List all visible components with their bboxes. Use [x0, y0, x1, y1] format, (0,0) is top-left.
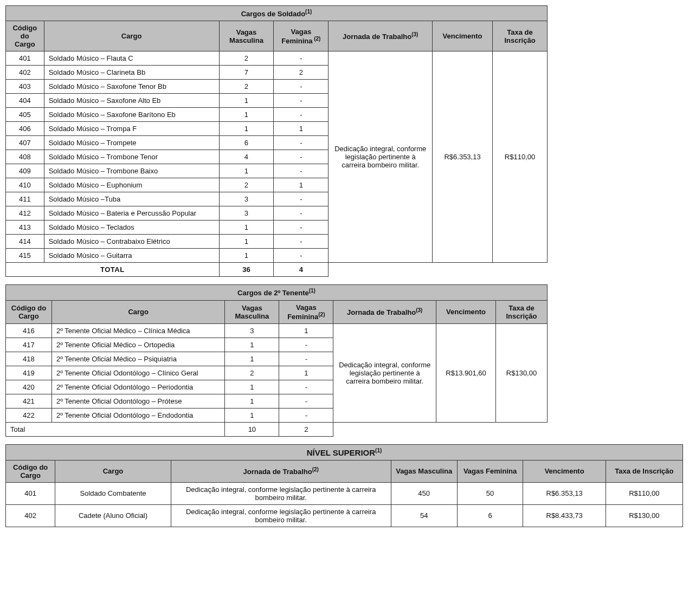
cell-vf: 1 — [279, 323, 333, 338]
cell-vm: 1 — [219, 249, 274, 263]
hdr-vm: Vagas Masculina — [219, 21, 274, 51]
cell-vf: - — [279, 352, 333, 366]
cell-cargo: 2º Tenente Oficial Odontólogo – Clínico … — [51, 366, 224, 380]
cell-vf: 1 — [279, 366, 333, 380]
cell-vm: 6 — [219, 136, 274, 150]
cell-cargo: Soldado Músico –Tuba — [44, 192, 219, 206]
hdr-codigo: Código do Cargo — [6, 460, 55, 482]
cell-codigo: 404 — [6, 94, 44, 108]
cell-vm: 1 — [225, 408, 279, 422]
cell-venc: R$6.353,13 — [523, 482, 606, 504]
cell-vf: - — [274, 221, 329, 235]
cell-jornada: Dedicação integral, conforme legislação … — [329, 51, 433, 263]
cell-codigo: 419 — [6, 366, 52, 380]
cell-vm: 1 — [219, 94, 274, 108]
cell-codigo: 414 — [6, 235, 44, 249]
cell-vf: - — [279, 394, 333, 408]
cell-taxa: R$110,00 — [606, 482, 682, 504]
cell-cargo: 2º Tenente Oficial Médico – Psiquiatria — [51, 352, 224, 366]
cell-cargo: Soldado Músico – Contrabaixo Elétrico — [44, 235, 219, 249]
cell-vf: 50 — [457, 482, 523, 504]
cell-vm: 1 — [225, 394, 279, 408]
cell-vm: 450 — [391, 482, 457, 504]
cell-codigo: 422 — [6, 408, 52, 422]
cell-codigo: 405 — [6, 108, 44, 122]
cell-cargo: Soldado Músico – Trompa F — [44, 122, 219, 136]
hdr-vf: Vagas Feminina(2) — [279, 300, 333, 323]
cell-jornada: Dedicação integral, conforme legislação … — [171, 504, 391, 527]
cell-taxa: R$110,00 — [493, 51, 548, 263]
cell-codigo: 408 — [6, 150, 44, 164]
cell-cargo: Cadete (Aluno Oficial) — [55, 504, 171, 527]
cell-vm: 1 — [219, 164, 274, 178]
cell-vf: - — [274, 150, 329, 164]
cell-cargo: Soldado Músico – Bateria e Percussão Pop… — [44, 206, 219, 221]
table-row: 401Soldado CombatenteDedicação integral,… — [6, 482, 683, 504]
cell-vf: - — [279, 380, 333, 394]
table3-title: NÍVEL SUPERIOR(1) — [6, 444, 683, 460]
cell-cargo: Soldado Músico – Saxofone Tenor Bb — [44, 80, 219, 94]
cell-vm: 1 — [225, 352, 279, 366]
cell-codigo: 413 — [6, 221, 44, 235]
cell-cargo: Soldado Músico – Saxofone Alto Eb — [44, 94, 219, 108]
cell-taxa: R$130,00 — [496, 323, 548, 422]
cell-cargo: Soldado Músico – Trombone Tenor — [44, 150, 219, 164]
cell-vm: 3 — [219, 192, 274, 206]
hdr-taxa: Taxa de Inscrição — [493, 21, 548, 51]
cell-codigo: 418 — [6, 352, 52, 366]
cell-codigo: 402 — [6, 504, 55, 527]
hdr-venc: Vencimento — [433, 21, 493, 51]
cell-jornada: Dedicação integral, conforme legislação … — [171, 482, 391, 504]
cell-vf: - — [274, 235, 329, 249]
cell-taxa: R$130,00 — [606, 504, 682, 527]
table1-title: Cargos de Soldado(1) — [6, 6, 548, 21]
cell-cargo: Soldado Músico – Clarineta Bb — [44, 66, 219, 80]
cell-cargo: Soldado Músico – Guitarra — [44, 249, 219, 263]
cell-vf: 2 — [274, 66, 329, 80]
hdr-taxa: Taxa de Inscrição — [606, 460, 682, 482]
cell-vm: 1 — [225, 380, 279, 394]
cell-vf: - — [274, 192, 329, 206]
table-tenente: Cargos de 2º Tenente(1) Código do Cargo … — [5, 284, 548, 437]
cell-vf: - — [279, 338, 333, 352]
cell-cargo: Soldado Músico – Teclados — [44, 221, 219, 235]
cell-vf: - — [274, 206, 329, 221]
cell-codigo: 401 — [6, 51, 44, 66]
cell-vm: 3 — [225, 323, 279, 338]
hdr-codigo: Código do Cargo — [6, 300, 52, 323]
cell-cargo: Soldado Combatente — [55, 482, 171, 504]
hdr-cargo: Cargo — [51, 300, 224, 323]
cell-cargo: Soldado Músico – Flauta C — [44, 51, 219, 66]
cell-codigo: 412 — [6, 206, 44, 221]
cell-codigo: 415 — [6, 249, 44, 263]
table-row: 4162º Tenente Oficial Médico – Clínica M… — [6, 323, 548, 338]
cell-cargo: 2º Tenente Oficial Médico – Ortopedia — [51, 338, 224, 352]
cell-jornada: Dedicação integral, conforme legislação … — [333, 323, 436, 422]
hdr-taxa: Taxa de Inscrição — [496, 300, 548, 323]
cell-venc: R$6.353,13 — [433, 51, 493, 263]
hdr-venc: Vencimento — [436, 300, 496, 323]
cell-cargo: 2º Tenente Oficial Odontólogo – Periodon… — [51, 380, 224, 394]
cell-vm: 3 — [219, 206, 274, 221]
table2-total-row: Total 10 2 — [6, 422, 548, 436]
cell-cargo: 2º Tenente Oficial Odontólogo – Endodont… — [51, 408, 224, 422]
hdr-vf: Vagas Feminina (2) — [274, 21, 329, 51]
cell-vf: - — [274, 164, 329, 178]
hdr-jornada: Jornada de Trabalho(2) — [171, 460, 391, 482]
table-nivel-superior: NÍVEL SUPERIOR(1) Código do Cargo Cargo … — [5, 444, 683, 527]
table-row: 401Soldado Músico – Flauta C2-Dedicação … — [6, 51, 548, 66]
cell-venc: R$13.901,60 — [436, 323, 496, 422]
table1-total-row: TOTAL 36 4 — [6, 263, 548, 277]
cell-vm: 2 — [219, 51, 274, 66]
table-row: 402Cadete (Aluno Oficial)Dedicação integ… — [6, 504, 683, 527]
cell-codigo: 417 — [6, 338, 52, 352]
cell-vm: 2 — [225, 366, 279, 380]
cell-codigo: 407 — [6, 136, 44, 150]
cell-vf: - — [274, 94, 329, 108]
cell-codigo: 410 — [6, 178, 44, 192]
cell-codigo: 402 — [6, 66, 44, 80]
cell-codigo: 416 — [6, 323, 52, 338]
cell-cargo: 2º Tenente Oficial Médico – Clínica Médi… — [51, 323, 224, 338]
hdr-cargo: Cargo — [44, 21, 219, 51]
cell-codigo: 403 — [6, 80, 44, 94]
